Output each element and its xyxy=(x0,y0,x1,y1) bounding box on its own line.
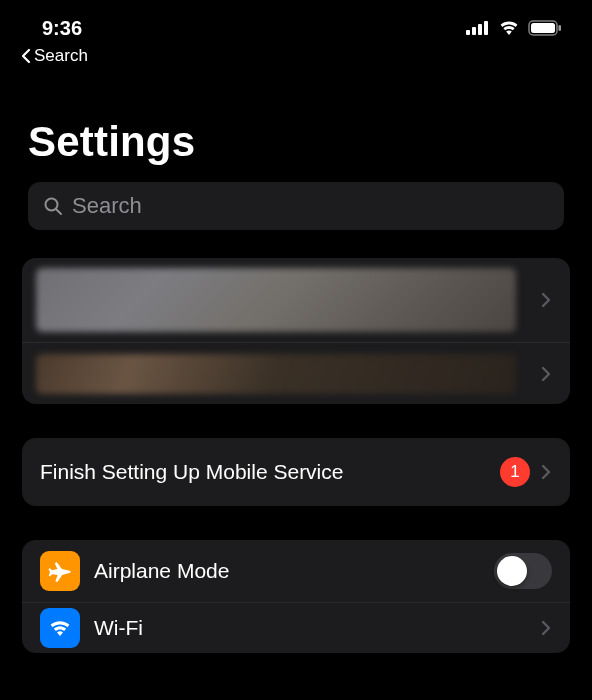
account-group xyxy=(22,258,570,404)
status-icons xyxy=(466,20,562,36)
chevron-right-icon xyxy=(540,291,552,309)
wifi-row[interactable]: Wi-Fi xyxy=(22,602,570,653)
connectivity-group: Airplane Mode Wi-Fi xyxy=(22,540,570,653)
setup-row-label: Finish Setting Up Mobile Service xyxy=(40,460,343,484)
svg-line-8 xyxy=(56,209,61,214)
search-field[interactable] xyxy=(28,182,564,230)
status-time: 9:36 xyxy=(42,17,82,40)
account-row-secondary[interactable] xyxy=(22,342,570,404)
search-input[interactable] xyxy=(64,193,550,219)
wifi-label: Wi-Fi xyxy=(94,616,143,640)
switch-knob xyxy=(497,556,527,586)
search-icon xyxy=(42,195,64,217)
back-nav-label: Search xyxy=(34,46,88,66)
wifi-settings-icon xyxy=(40,608,80,648)
chevron-right-icon xyxy=(540,463,552,481)
redacted-content xyxy=(36,268,516,332)
svg-rect-3 xyxy=(484,21,488,35)
airplane-mode-row[interactable]: Airplane Mode xyxy=(22,540,570,602)
back-chevron-icon xyxy=(20,48,32,64)
redacted-content xyxy=(36,354,516,394)
setup-mobile-service-row[interactable]: Finish Setting Up Mobile Service 1 xyxy=(22,438,570,506)
status-bar: 9:36 xyxy=(0,0,592,44)
wifi-icon xyxy=(498,20,520,36)
svg-rect-0 xyxy=(466,30,470,35)
chevron-right-icon xyxy=(540,365,552,383)
airplane-mode-switch[interactable] xyxy=(494,553,552,589)
battery-icon xyxy=(528,20,562,36)
svg-rect-2 xyxy=(478,24,482,35)
setup-group: Finish Setting Up Mobile Service 1 xyxy=(22,438,570,506)
cellular-icon xyxy=(466,21,490,35)
svg-rect-1 xyxy=(472,27,476,35)
airplane-icon xyxy=(40,551,80,591)
svg-rect-5 xyxy=(531,23,555,33)
notification-badge: 1 xyxy=(500,457,530,487)
svg-rect-6 xyxy=(559,25,562,31)
chevron-right-icon xyxy=(540,619,552,637)
airplane-mode-label: Airplane Mode xyxy=(94,559,229,583)
page-title: Settings xyxy=(0,66,592,182)
account-row-primary[interactable] xyxy=(22,258,570,342)
back-nav[interactable]: Search xyxy=(0,44,592,66)
